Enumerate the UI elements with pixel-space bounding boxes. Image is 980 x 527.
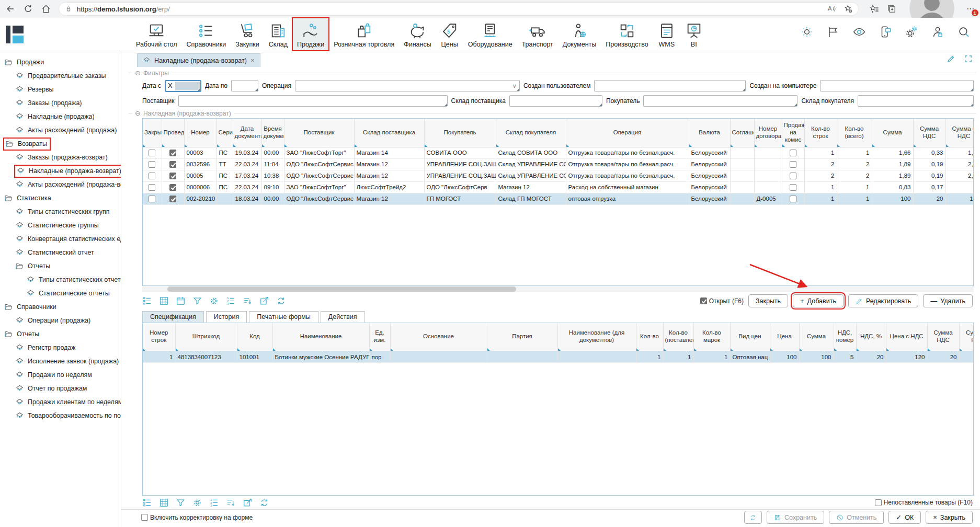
cell-customer[interactable]: УПРАВЛЕНИЕ СОЦ.ЗАЩ — [424, 158, 496, 170]
collections-icon[interactable] — [886, 4, 897, 14]
cell-vat[interactable]: 0,19 — [913, 170, 945, 181]
open-f6-checkbox-label[interactable]: Открыт (F6) — [700, 297, 744, 305]
tree-item[interactable]: Статистический отчет — [0, 246, 121, 259]
cell-qty[interactable]: 1 — [837, 193, 872, 204]
tree-item[interactable]: Накладные (продажа-возврат) — [0, 164, 121, 178]
refresh-form-button[interactable] — [744, 511, 762, 524]
cell-series[interactable]: ТТ — [216, 158, 233, 170]
cell-customer-stock[interactable]: Склад УПРАВЛЕНИЕ СОЦ — [496, 158, 566, 170]
column-header[interactable]: Склад покупателя — [496, 119, 566, 147]
scrollbar-thumb[interactable] — [167, 287, 517, 292]
cell-posted[interactable] — [162, 193, 184, 204]
cell-closed[interactable] — [143, 193, 162, 204]
spec-row[interactable]: 14813834007123101001Ботинки мужские Осен… — [143, 351, 974, 363]
cell-date[interactable]: 18.03.24 — [233, 193, 261, 204]
cell-date[interactable]: 22.03.24 — [233, 158, 261, 170]
tree-item[interactable]: Конвертация статистических ед. изм. — [0, 232, 121, 246]
cell-agreement[interactable] — [730, 170, 754, 181]
spec-cell[interactable]: 101001 — [237, 351, 272, 363]
add-favorite-icon[interactable] — [844, 4, 853, 14]
lsfusion-logo[interactable] — [0, 18, 29, 51]
invoice-row[interactable]: 00003 ПС 19.03.24 00:00 ЗАО "ЛюксСофтТор… — [143, 147, 974, 158]
cell-customer-stock[interactable]: Магазин 12 — [496, 181, 566, 193]
detail-tab[interactable]: Печатные формы — [249, 311, 318, 323]
refresh-icon[interactable] — [276, 296, 286, 306]
collapse-icon[interactable]: ⊖ — [135, 109, 141, 117]
cell-commission[interactable] — [782, 193, 804, 204]
module-item[interactable]: Цены — [436, 18, 463, 51]
cell-currency[interactable]: Белорусский — [689, 181, 730, 193]
cell-time[interactable]: 11:04 — [261, 158, 284, 170]
cell-vat[interactable]: 20 — [913, 193, 945, 204]
tab-close-icon[interactable]: × — [250, 56, 255, 64]
cell-time[interactable]: 00:00 — [261, 193, 284, 204]
column-header[interactable]: Валюта — [689, 119, 730, 147]
tree-item[interactable]: Статистика — [0, 191, 121, 205]
user-lock-icon[interactable] — [931, 25, 944, 39]
cell-date[interactable]: 22.03.24 — [233, 181, 261, 193]
cell-currency[interactable]: Белорусский — [689, 170, 730, 181]
tree-item[interactable]: Продажи по неделям — [0, 368, 121, 382]
cell-total[interactable]: 120 — [945, 193, 974, 204]
module-item[interactable]: Продажи — [292, 18, 329, 51]
column-header[interactable]: Номер договора — [754, 119, 782, 147]
cell-contract[interactable] — [754, 181, 782, 193]
module-item[interactable]: Розничная торговля — [329, 18, 399, 51]
cell-amount[interactable]: 0,83 — [872, 181, 913, 193]
spec-cell[interactable]: 100 — [770, 351, 799, 363]
column-header[interactable]: Покупатель — [424, 119, 496, 147]
spec-cell[interactable]: 1 — [636, 351, 663, 363]
cell-supplier[interactable]: ОДО "ЛюксСофтСервис — [284, 158, 354, 170]
browser-menu-icon[interactable]: ···1 — [967, 5, 975, 13]
cell-supplier-stock[interactable]: ЛюксСофтТрейд2 — [354, 181, 424, 193]
column-header[interactable]: Кол-во (всего) — [837, 119, 872, 147]
feedback-icon[interactable] — [879, 25, 892, 39]
watch-icon[interactable] — [852, 25, 866, 39]
settings-gears-icon[interactable] — [905, 25, 918, 39]
cell-supplier[interactable]: ОДО "ЛюксСофтСервис — [284, 170, 354, 181]
flag-icon[interactable] — [826, 25, 840, 39]
column-header[interactable]: Номер строк — [143, 323, 175, 351]
commission-checkbox[interactable] — [790, 150, 796, 156]
tree-item[interactable]: Заказы (продажа) — [0, 96, 121, 110]
tree-item[interactable]: Типы статистических групп — [0, 205, 121, 219]
add-button[interactable]: +Добавить — [793, 294, 844, 307]
cell-total[interactable]: 1,99 — [945, 147, 974, 158]
posted-checkbox[interactable] — [169, 161, 176, 168]
spec-cell[interactable]: 120 — [886, 351, 927, 363]
search-icon[interactable] — [957, 25, 971, 39]
cell-operation[interactable]: Отгрузка товара/тары по безнал.расч. — [566, 158, 689, 170]
column-header[interactable]: Серия — [216, 119, 233, 147]
tree-item[interactable]: Резервы — [0, 83, 121, 96]
spec-cell[interactable] — [390, 351, 487, 363]
calendar-icon[interactable] — [176, 296, 186, 306]
module-item[interactable]: Справочники — [181, 18, 231, 51]
cell-closed[interactable] — [143, 158, 162, 170]
cell-customer-stock[interactable]: Склад УПРАВЛЕНИЕ СОЦ — [496, 170, 566, 181]
posted-checkbox[interactable] — [169, 150, 176, 156]
column-header[interactable]: Время документа — [261, 119, 284, 147]
cell-qty[interactable]: 2 — [837, 158, 872, 170]
cell-operation[interactable]: Отгрузка товара/тары по безнал.расч. — [566, 170, 689, 181]
table-view-icon[interactable] — [159, 296, 169, 306]
date-to-input[interactable] — [231, 80, 258, 91]
cell-posted[interactable] — [162, 158, 184, 170]
customer-stock-input[interactable] — [858, 95, 974, 107]
column-header[interactable]: НДС, % — [856, 323, 886, 351]
cell-currency[interactable]: Белорусский — [689, 147, 730, 158]
column-header[interactable]: Сумма НДС — [927, 323, 959, 351]
adjustment-checkbox[interactable] — [141, 514, 148, 521]
detail-tab[interactable]: История — [206, 311, 247, 323]
spec-cell[interactable]: 1 — [693, 351, 730, 363]
cell-customer-stock[interactable]: Склад ГП МОГОСТ — [496, 193, 566, 204]
module-item[interactable]: Закупки — [231, 18, 264, 51]
filter-icon[interactable] — [176, 498, 186, 508]
spec-cell[interactable]: 120 — [959, 351, 974, 363]
column-header[interactable]: Кол-во марок — [693, 323, 730, 351]
cell-number[interactable]: 0032596 — [184, 158, 216, 170]
cell-total[interactable]: 2,08 — [945, 158, 974, 170]
filter-icon[interactable] — [192, 296, 202, 306]
read-aloud-icon[interactable] — [827, 4, 836, 14]
save-button[interactable]: Сохранить — [767, 511, 824, 524]
group-settings-icon[interactable] — [142, 296, 152, 306]
